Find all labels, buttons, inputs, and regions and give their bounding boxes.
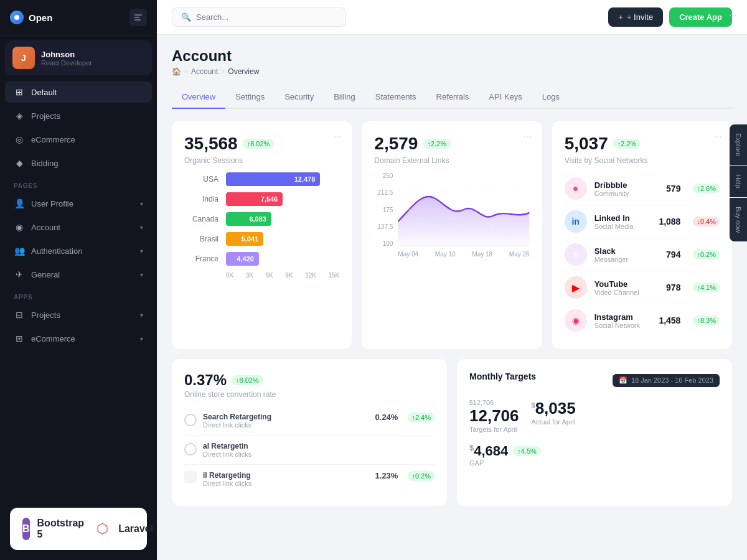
chevron-down-icon: ▾ xyxy=(140,335,143,342)
search-input[interactable] xyxy=(196,12,337,22)
social-row-youtube: ▶ YouTube Video Channel 978 ↑4.1% xyxy=(565,271,720,304)
sidebar-item-label: General xyxy=(31,270,134,279)
user-role: React Developer xyxy=(41,59,92,67)
stat-menu-icon[interactable]: ··· xyxy=(524,131,532,142)
stat-number: 35,568 ↑8.02% xyxy=(184,134,339,154)
tab-referrals[interactable]: Referrals xyxy=(426,86,479,109)
bar-track: 12,478 xyxy=(226,172,339,186)
bar-label: India xyxy=(184,195,218,203)
sidebar-item-label: Bidding xyxy=(31,159,143,168)
search-icon: 🔍 xyxy=(181,12,191,22)
sidebar-toggle[interactable] xyxy=(129,9,147,26)
sidebar-item-label: eCommerce xyxy=(31,135,143,144)
line-chart-svg xyxy=(398,172,529,247)
bar-fill: 12,478 xyxy=(226,172,320,186)
sidebar-item-projects-app[interactable]: ⊟ Projects ▾ xyxy=(5,304,152,325)
sidebar-item-label: Projects xyxy=(31,310,134,320)
sidebar-item-ecommerce[interactable]: ◎ eCommerce xyxy=(5,129,152,150)
stat-card-domain: ··· 2,579 ↑2.2% Domain External Links 25… xyxy=(362,121,542,349)
retargeting-row-al: al Retargetin Direct link clicks xyxy=(184,436,435,465)
stat-card-social: ··· 5,037 ↑2.2% Visits by Social Network… xyxy=(552,121,732,349)
stat-badge: ↑2.2% xyxy=(423,139,451,149)
user-name: Johnson xyxy=(41,50,92,59)
bar-row-canada: Canada 6,083 xyxy=(184,212,339,226)
bar-label: France xyxy=(184,254,218,263)
bar-fill: 5,041 xyxy=(226,232,263,246)
stat-value: 35,568 xyxy=(184,134,238,154)
tab-security[interactable]: Security xyxy=(275,86,324,109)
stat-menu-icon[interactable]: ··· xyxy=(714,131,722,142)
stat-card-sessions: ··· 35,568 ↑8.02% Organic Sessions USA 1… xyxy=(172,121,352,349)
sidebar-item-label: User Profile xyxy=(31,199,134,208)
bar-fill: 6,083 xyxy=(226,212,271,226)
buy-now-button[interactable]: Buy now xyxy=(730,198,747,241)
tab-logs[interactable]: Logs xyxy=(532,86,570,109)
bar-track: 4,420 xyxy=(226,252,339,266)
stat-menu-icon[interactable]: ··· xyxy=(334,131,342,142)
sidebar-item-account[interactable]: ◉ Account ▾ xyxy=(5,217,152,238)
app-logo: Open xyxy=(10,11,52,24)
sidebar-bottom: B Bootstrap 5 ⬡ Laravel xyxy=(0,498,157,560)
instagram-icon: ◉ xyxy=(565,309,587,332)
sidebar-item-general[interactable]: ✈ General ▾ xyxy=(5,264,152,285)
projects-app-icon: ⊟ xyxy=(14,309,25,320)
tab-api-keys[interactable]: API Keys xyxy=(479,86,532,109)
social-row-slack: ⊞ Slack Messanger 794 ↑0.2% xyxy=(565,238,720,271)
slack-icon: ⊞ xyxy=(565,243,587,266)
tab-overview[interactable]: Overview xyxy=(172,86,225,109)
grid-icon: ⊞ xyxy=(14,86,25,98)
stat-badge: ↑2.2% xyxy=(613,139,641,149)
conversion-rate: 0.37% ↑8.02% xyxy=(184,371,435,389)
tab-settings[interactable]: Settings xyxy=(225,86,275,109)
target-april: $12,706 12,706 Targets for April xyxy=(469,399,519,433)
sidebar-item-ecommerce-app[interactable]: ⊞ eCommerce ▾ xyxy=(5,328,152,349)
tab-billing[interactable]: Billing xyxy=(324,86,365,109)
retargeting-badge: ↑2.4% xyxy=(408,413,435,422)
invite-button[interactable]: + + Invite xyxy=(608,7,663,27)
plus-icon: + xyxy=(618,12,623,22)
conv-badge: ↑8.02% xyxy=(232,375,263,385)
search-bar[interactable]: 🔍 xyxy=(172,7,346,27)
sidebar-item-bidding[interactable]: ◆ Bidding xyxy=(5,152,152,174)
sidebar-item-projects[interactable]: ◈ Projects xyxy=(5,105,152,126)
social-badge: ↓0.4% xyxy=(693,217,720,226)
svg-rect-0 xyxy=(134,14,142,16)
social-badge: ↑4.1% xyxy=(693,282,720,292)
conversion-card: ··· 0.37% ↑8.02% Online store convertion… xyxy=(172,359,447,506)
explore-button[interactable]: Explore xyxy=(730,124,747,165)
projects-icon: ◈ xyxy=(14,110,25,121)
ecommerce-app-icon: ⊞ xyxy=(14,333,25,344)
tab-statements[interactable]: Statements xyxy=(365,86,426,109)
sidebar-header: Open xyxy=(0,0,157,35)
date-range[interactable]: 📅 18 Jan 2023 - 16 Feb 2023 xyxy=(613,374,720,387)
create-app-button[interactable]: Create App xyxy=(669,7,732,27)
sidebar-item-authentication[interactable]: 👥 Authentication ▾ xyxy=(5,240,152,261)
retargeting-badge: ↑0.2% xyxy=(408,471,435,481)
calendar-icon: 📅 xyxy=(619,376,627,385)
help-button[interactable]: Help xyxy=(730,166,747,197)
bootstrap-logo: B xyxy=(22,518,30,540)
bootstrap-card: B Bootstrap 5 ⬡ Laravel xyxy=(10,508,147,550)
social-list: ● Dribbble Community 579 ↑2.6% in Linked… xyxy=(565,172,720,337)
user-section[interactable]: J Johnson React Developer xyxy=(5,40,152,75)
actual-april: $8,035 Actual for April xyxy=(532,399,576,433)
app-name: Open xyxy=(29,12,52,23)
svg-rect-1 xyxy=(134,17,139,18)
sidebar-item-label: Default xyxy=(31,88,143,97)
bar-row-france: France 4,420 xyxy=(184,252,339,266)
social-row-dribbble: ● Dribbble Community 579 ↑2.6% xyxy=(565,172,720,205)
chevron-down-icon: ▾ xyxy=(140,271,143,278)
breadcrumb-account[interactable]: Account xyxy=(191,67,218,76)
monthly-card: Monthly Targets 📅 18 Jan 2023 - 16 Feb 2… xyxy=(457,359,732,506)
sidebar-item-user-profile[interactable]: 👤 User Profile ▾ xyxy=(5,193,152,214)
bar-fill: 7,546 xyxy=(226,192,283,206)
tabs: Overview Settings Security Billing State… xyxy=(172,86,732,109)
stats-grid: ··· 35,568 ↑8.02% Organic Sessions USA 1… xyxy=(172,121,732,349)
page-header: Account 🏠 › Account › Overview xyxy=(172,47,732,76)
sidebar-item-default[interactable]: ⊞ Default xyxy=(5,82,152,103)
stat-value: 5,037 xyxy=(565,134,608,154)
pages-section-title: PAGES xyxy=(0,175,157,192)
ecommerce-icon: ◎ xyxy=(14,134,25,145)
sidebar-item-label: Account xyxy=(31,223,134,232)
social-row-linkedin: in Linked In Social Media 1,088 ↓0.4% xyxy=(565,205,720,238)
